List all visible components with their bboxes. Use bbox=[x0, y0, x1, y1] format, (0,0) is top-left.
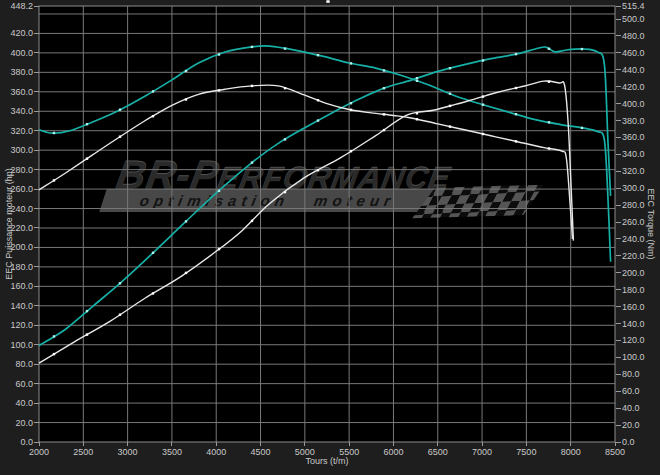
y-left-tick-label: 260.0 bbox=[3, 184, 33, 194]
x-tick-label: 6500 bbox=[421, 447, 455, 457]
y-right-tick-mark bbox=[616, 86, 621, 87]
y-right-tick-label: 220.0 bbox=[622, 251, 645, 261]
y-right-tick-label: 440.0 bbox=[622, 65, 645, 75]
y-right-tick-mark bbox=[616, 425, 621, 426]
y-left-tick-label: 180.0 bbox=[3, 262, 33, 272]
x-tick-mark bbox=[570, 442, 571, 446]
y-right-tick-mark bbox=[616, 120, 621, 121]
y-right-tick-label: 200.0 bbox=[622, 268, 645, 278]
y-right-tick-mark bbox=[616, 103, 621, 104]
x-tick-mark bbox=[482, 442, 483, 446]
y-left-tick-label: 120.0 bbox=[3, 320, 33, 330]
dyno-chart: BR-PERFORMANCE optimisation moteur EEC P… bbox=[0, 0, 660, 475]
y-right-tick-mark bbox=[616, 374, 621, 375]
y-right-tick-mark bbox=[616, 238, 621, 239]
y-left-tick-mark bbox=[34, 52, 39, 53]
y-left-tick-mark bbox=[34, 169, 39, 170]
y-left-tick-label: 80.0 bbox=[3, 359, 33, 369]
y-right-tick-mark bbox=[616, 391, 621, 392]
y-left-tick-mark bbox=[34, 344, 39, 345]
y-left-tick-mark bbox=[34, 305, 39, 306]
y-left-tick-label: 280.0 bbox=[3, 165, 33, 175]
y-left-tick-label: 160.0 bbox=[3, 281, 33, 291]
y-left-tick-label: 0.0 bbox=[3, 437, 33, 447]
y-right-tick-label: 340.0 bbox=[622, 149, 645, 159]
y-left-tick-mark bbox=[34, 383, 39, 384]
y-left-tick-mark bbox=[34, 266, 39, 267]
y-right-tick-mark bbox=[616, 69, 621, 70]
x-tick-label: 8000 bbox=[554, 447, 588, 457]
y-right-tick-label: 380.0 bbox=[622, 116, 645, 126]
y-left-tick-mark bbox=[34, 33, 39, 34]
y-right-tick-mark bbox=[616, 19, 621, 20]
y-left-tick-label: 320.0 bbox=[3, 126, 33, 136]
y-left-tick-label: 340.0 bbox=[3, 106, 33, 116]
y-left-tick-mark bbox=[34, 72, 39, 73]
y-right-tick-label: 40.0 bbox=[622, 403, 640, 413]
y-left-tick-mark bbox=[34, 189, 39, 190]
x-tick-label: 4500 bbox=[244, 447, 278, 457]
y-right-tick-label: 20.0 bbox=[622, 420, 640, 430]
y-right-tick-label: 320.0 bbox=[622, 166, 645, 176]
y-right-tick-label: 420.0 bbox=[622, 82, 645, 92]
y-right-tick-label: 500.0 bbox=[622, 14, 645, 24]
y-left-tick-mark bbox=[34, 130, 39, 131]
y-right-tick-mark bbox=[616, 323, 621, 324]
y-right-tick-mark bbox=[616, 6, 621, 7]
y-right-tick-label: 180.0 bbox=[622, 285, 645, 295]
y-right-tick-mark bbox=[616, 306, 621, 307]
y-right-tick-mark bbox=[616, 154, 621, 155]
y-left-tick-label: 420.0 bbox=[3, 28, 33, 38]
x-tick-label: 4000 bbox=[199, 447, 233, 457]
y-right-tick-label: 280.0 bbox=[622, 200, 645, 210]
y-left-tick-mark bbox=[34, 150, 39, 151]
y-right-tick-mark bbox=[616, 255, 621, 256]
x-tick-label: 3000 bbox=[111, 447, 145, 457]
y-right-tick-mark bbox=[616, 272, 621, 273]
x-tick-mark bbox=[437, 442, 438, 446]
y-right-tick-label: 240.0 bbox=[622, 234, 645, 244]
y-right-tick-mark bbox=[616, 137, 621, 138]
x-tick-label: 8500 bbox=[598, 447, 632, 457]
x-tick-label: 2500 bbox=[66, 447, 100, 457]
y-right-tick-mark bbox=[616, 171, 621, 172]
y-left-tick-mark bbox=[34, 325, 39, 326]
y-right-tick-label: 360.0 bbox=[622, 132, 645, 142]
cropped-title-remnant bbox=[326, 0, 330, 3]
x-tick-mark bbox=[83, 442, 84, 446]
y-left-tick-mark bbox=[34, 111, 39, 112]
x-tick-mark bbox=[39, 442, 40, 446]
y-right-tick-label: 460.0 bbox=[622, 48, 645, 58]
x-tick-label: 6000 bbox=[376, 447, 410, 457]
x-tick-label: 5000 bbox=[288, 447, 322, 457]
y-right-tick-label: 100.0 bbox=[622, 352, 645, 362]
y-left-tick-mark bbox=[34, 91, 39, 92]
y-left-tick-mark bbox=[34, 403, 39, 404]
x-tick-mark bbox=[615, 442, 616, 446]
y-left-tick-mark bbox=[34, 364, 39, 365]
y-left-tick-mark bbox=[34, 208, 39, 209]
y-right-tick-label: 260.0 bbox=[622, 217, 645, 227]
y-right-tick-label: 515.4 bbox=[622, 1, 645, 11]
y-left-tick-mark bbox=[34, 6, 39, 7]
y-right-tick-label: 480.0 bbox=[622, 31, 645, 41]
y-right-tick-mark bbox=[616, 289, 621, 290]
y-left-tick-label: 400.0 bbox=[3, 48, 33, 58]
plot-area: BR-PERFORMANCE optimisation moteur bbox=[39, 6, 615, 442]
x-tick-label: 5500 bbox=[332, 447, 366, 457]
watermark-tagline: optimisation moteur bbox=[139, 192, 397, 209]
y-right-tick-mark bbox=[616, 222, 621, 223]
y-right-tick-mark bbox=[616, 357, 621, 358]
x-tick-mark bbox=[171, 442, 172, 446]
y-left-tick-label: 140.0 bbox=[3, 301, 33, 311]
x-tick-label: 2000 bbox=[22, 447, 56, 457]
y-right-tick-mark bbox=[616, 188, 621, 189]
y-right-tick-label: 120.0 bbox=[622, 335, 645, 345]
y-left-tick-label: 100.0 bbox=[3, 340, 33, 350]
y-right-tick-label: 400.0 bbox=[622, 99, 645, 109]
y-right-tick-label: 80.0 bbox=[622, 369, 640, 379]
y-left-tick-label: 448.2 bbox=[3, 1, 33, 11]
x-axis-title: Tours (t/m) bbox=[227, 456, 427, 466]
y-right-axis-title: EEC Torque (Nm) bbox=[646, 124, 656, 324]
x-tick-mark bbox=[260, 442, 261, 446]
